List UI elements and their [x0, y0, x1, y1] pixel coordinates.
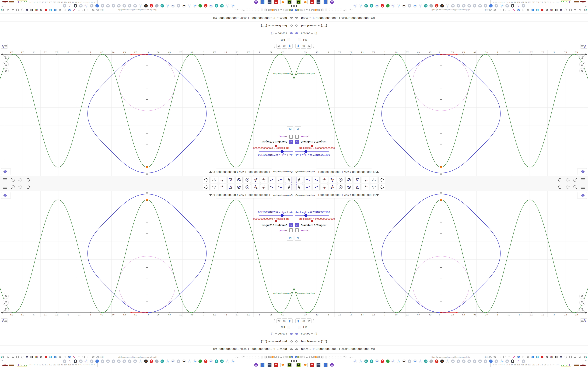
tab-favicon-fl[interactable] — [106, 359, 110, 363]
visibility-marble[interactable] — [290, 32, 293, 34]
arc-length-slider-knob[interactable] — [281, 214, 284, 217]
tab-favicon-fl[interactable] — [505, 359, 509, 363]
pinwheel-icon[interactable] — [550, 8, 553, 12]
fx-button[interactable]: ƒx — [301, 318, 306, 323]
tool-polygon[interactable] — [252, 177, 259, 183]
play-step-button[interactable] — [295, 126, 301, 132]
tab-favicon-fl[interactable] — [112, 359, 115, 363]
tab-favicon-img[interactable]: ▲ — [440, 359, 444, 363]
taskbar-app-monitor-app[interactable] — [316, 363, 321, 367]
lock-icon[interactable] — [235, 355, 238, 359]
tab-favicon-fl[interactable] — [484, 359, 487, 363]
arc-length-slider-knob[interactable] — [304, 150, 307, 153]
tree-view-button[interactable] — [288, 44, 293, 49]
globe-icon[interactable] — [266, 8, 269, 12]
trash-icon[interactable] — [545, 8, 548, 12]
tab-overflow-icon[interactable]: ⌃ — [585, 359, 587, 362]
tab-favicon-fl[interactable] — [462, 359, 466, 363]
tab-favicon-G[interactable]: G — [193, 4, 197, 8]
arrow-right-icon[interactable] — [498, 355, 501, 359]
radio-dot-icon[interactable] — [249, 357, 251, 359]
radio-dot-icon[interactable] — [252, 357, 254, 359]
pinwheel-icon[interactable] — [550, 355, 553, 359]
thumb-icon[interactable] — [574, 355, 577, 359]
lock-icon[interactable] — [350, 355, 353, 359]
tab-favicon-fl[interactable] — [117, 4, 121, 8]
lock-icon[interactable] — [235, 8, 238, 12]
tracing-checkbox[interactable] — [289, 228, 293, 232]
wrench-icon[interactable] — [578, 355, 581, 359]
tool-reflect[interactable] — [219, 177, 226, 183]
reload-icon[interactable] — [503, 8, 506, 12]
radio-dot-icon[interactable] — [328, 9, 330, 11]
tab-favicon-G[interactable]: G — [446, 359, 449, 363]
tool-slider[interactable]: a = 2 — [370, 184, 377, 190]
radio-dot-icon[interactable] — [334, 9, 336, 11]
tool-polygon[interactable] — [252, 184, 259, 190]
tool-circle[interactable] — [337, 184, 344, 190]
radio-dot-icon[interactable] — [328, 357, 330, 359]
visibility-marble[interactable] — [295, 32, 298, 34]
tab-favicon-knot[interactable]: ✶ — [220, 4, 224, 8]
zoom-in-button[interactable] — [3, 62, 9, 67]
tab-favicon-f[interactable]: f — [516, 4, 520, 8]
graph-canvas[interactable]: -2.4-2.2-2-1.8-1.6-1.4-1.2-1-0.8-0.6-0.4… — [0, 191, 294, 317]
zoom-out-button[interactable] — [579, 307, 585, 312]
globe-icon[interactable] — [16, 8, 19, 12]
radio-dot-icon[interactable] — [331, 357, 333, 359]
curvature-tangent-checkbox[interactable] — [295, 140, 299, 144]
kebab-button[interactable] — [312, 44, 315, 49]
curvature-tangent-checkbox[interactable] — [289, 223, 293, 227]
frame-icon[interactable] — [30, 8, 33, 12]
tab-favicon-G[interactable]: G — [193, 359, 197, 363]
tab-favicon-G[interactable]: G — [446, 4, 449, 8]
taskbar-app-monitor-app[interactable] — [267, 363, 272, 367]
tab-favicon-G[interactable]: G — [166, 359, 169, 363]
curvature-value-point[interactable] — [146, 166, 148, 168]
graphics-view[interactable]: -2.4-2.2-2-1.8-1.6-1.4-1.2-1-0.8-0.6-0.4… — [294, 191, 588, 317]
tab-favicon-knot[interactable]: ✶ — [160, 4, 164, 8]
lock-icon[interactable] — [350, 8, 353, 12]
tab-favicon-knot[interactable]: ✶ — [160, 359, 164, 363]
tab-favicon-fl[interactable] — [408, 4, 411, 8]
taskbar-app-floppy[interactable]: Б4 — [323, 0, 328, 4]
redo-button[interactable] — [565, 184, 570, 190]
gear-button[interactable] — [307, 318, 311, 323]
translate-blue-icon[interactable]: A — [68, 8, 71, 12]
tab-favicon-G[interactable]: G — [391, 4, 395, 8]
trash-icon[interactable] — [40, 8, 43, 12]
download-icon[interactable] — [77, 355, 80, 359]
tab-favicon-knot[interactable]: ✶ — [364, 359, 368, 363]
tab-favicon-info[interactable]: i — [155, 4, 159, 8]
curvature-tangent-checkbox[interactable] — [295, 223, 299, 227]
tool-line[interactable] — [268, 184, 276, 190]
tab-favicon-G[interactable]: G — [188, 359, 191, 363]
play-step-button[interactable] — [295, 235, 301, 241]
tab-favicon-info[interactable]: i — [155, 359, 159, 363]
star-icon[interactable] — [493, 355, 496, 359]
tab-favicon-G[interactable]: G — [171, 4, 175, 8]
home-button[interactable] — [3, 293, 9, 299]
fx-button[interactable]: ƒx — [301, 44, 306, 49]
down-circle-icon[interactable] — [49, 8, 52, 12]
tab-favicon-G[interactable]: G — [231, 359, 234, 363]
down-circle-icon[interactable] — [49, 355, 52, 359]
arc-position-point[interactable] — [441, 312, 442, 313]
tab-favicon-fl[interactable] — [101, 4, 104, 8]
star-icon[interactable] — [92, 8, 95, 12]
tab-favicon-wave[interactable]: ~ — [199, 359, 202, 363]
tool-angle[interactable]: α — [354, 177, 361, 183]
radio-dot-icon[interactable] — [255, 357, 257, 359]
gear-button[interactable] — [307, 44, 311, 49]
tab-favicon-fl[interactable] — [122, 359, 126, 363]
tab-favicon-wave[interactable]: ~ — [199, 4, 202, 8]
tab-favicon-G[interactable]: G — [354, 4, 357, 8]
tab-favicon-ya[interactable]: Я — [150, 359, 153, 363]
collapse-button[interactable]: − — [298, 326, 301, 329]
collapse-button[interactable]: − — [298, 38, 301, 41]
play-step-button[interactable] — [287, 126, 293, 132]
kebab-button[interactable] — [312, 318, 315, 323]
radio-dot-icon[interactable] — [246, 9, 248, 11]
taskbar-app-firefox[interactable] — [303, 0, 308, 4]
tool-perpendicular[interactable] — [260, 184, 267, 190]
